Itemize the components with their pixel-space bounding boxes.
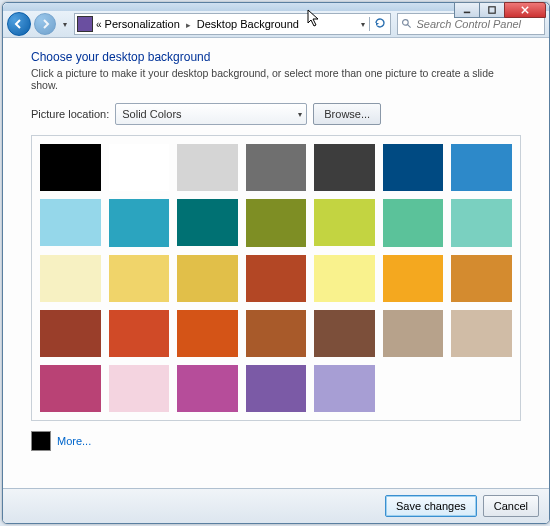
picture-location-label: Picture location: — [31, 108, 109, 120]
svg-line-3 — [408, 25, 411, 28]
color-swatch[interactable] — [451, 144, 512, 191]
color-swatch[interactable] — [109, 255, 170, 302]
caption-buttons — [455, 2, 546, 18]
color-swatch[interactable] — [383, 310, 444, 357]
search-input[interactable] — [415, 17, 542, 31]
dropdown-selected-value: Solid Colors — [122, 108, 181, 120]
color-swatch-grid — [40, 144, 512, 412]
separator — [369, 17, 370, 31]
color-swatch[interactable] — [177, 365, 238, 412]
save-changes-label: Save changes — [396, 500, 466, 512]
color-swatch[interactable] — [246, 365, 307, 412]
more-colors-row: More... — [31, 431, 521, 451]
color-swatch[interactable] — [246, 255, 307, 302]
picture-location-dropdown[interactable]: Solid Colors ▾ — [115, 103, 307, 125]
color-swatch[interactable] — [177, 199, 238, 246]
color-swatch[interactable] — [177, 255, 238, 302]
color-swatch[interactable] — [383, 255, 444, 302]
address-bar[interactable]: « Personalization Desktop Background ▾ — [74, 13, 391, 35]
current-color-swatch[interactable] — [31, 431, 51, 451]
more-colors-link[interactable]: More... — [57, 435, 91, 447]
search-icon — [401, 18, 412, 30]
color-swatch-panel — [31, 135, 521, 421]
color-swatch[interactable] — [40, 144, 101, 191]
color-swatch[interactable] — [314, 310, 375, 357]
page-title: Choose your desktop background — [31, 50, 521, 64]
nav-history-dropdown[interactable]: ▾ — [59, 14, 71, 34]
refresh-icon[interactable] — [374, 17, 386, 31]
minimize-button[interactable] — [454, 2, 480, 18]
color-swatch[interactable] — [177, 310, 238, 357]
chevron-right-icon[interactable] — [183, 18, 194, 30]
color-swatch[interactable] — [109, 365, 170, 412]
color-swatch[interactable] — [451, 255, 512, 302]
color-swatch[interactable] — [451, 310, 512, 357]
titlebar — [3, 3, 549, 11]
color-swatch[interactable] — [383, 199, 444, 246]
personalization-icon — [77, 16, 93, 32]
command-bar: Save changes Cancel — [3, 488, 549, 523]
color-swatch[interactable] — [314, 199, 375, 246]
breadcrumb-back-chevron[interactable]: « — [96, 19, 102, 30]
close-button[interactable] — [504, 2, 546, 18]
color-swatch[interactable] — [314, 144, 375, 191]
color-swatch[interactable] — [314, 255, 375, 302]
color-swatch[interactable] — [314, 365, 375, 412]
control-panel-window: ▾ « Personalization Desktop Background ▾… — [2, 2, 550, 524]
color-swatch[interactable] — [109, 144, 170, 191]
svg-rect-0 — [464, 12, 470, 14]
cancel-button[interactable]: Cancel — [483, 495, 539, 517]
color-swatch[interactable] — [246, 144, 307, 191]
color-swatch[interactable] — [246, 310, 307, 357]
browse-button[interactable]: Browse... — [313, 103, 381, 125]
breadcrumb-item-personalization[interactable]: Personalization — [105, 18, 180, 30]
color-swatch[interactable] — [246, 199, 307, 246]
address-dropdown-icon[interactable]: ▾ — [361, 20, 365, 29]
picture-location-row: Picture location: Solid Colors ▾ Browse.… — [31, 103, 521, 125]
color-swatch[interactable] — [40, 199, 101, 246]
color-swatch[interactable] — [109, 310, 170, 357]
chevron-down-icon: ▾ — [298, 110, 302, 119]
back-button[interactable] — [7, 12, 31, 36]
svg-rect-1 — [489, 7, 495, 13]
browse-button-label: Browse... — [324, 108, 370, 120]
color-swatch[interactable] — [451, 199, 512, 246]
color-swatch[interactable] — [383, 144, 444, 191]
breadcrumb-item-desktop-background[interactable]: Desktop Background — [197, 18, 299, 30]
color-swatch[interactable] — [109, 199, 170, 246]
page-subtitle: Click a picture to make it your desktop … — [31, 67, 521, 91]
forward-button[interactable] — [34, 13, 56, 35]
content-area: Choose your desktop background Click a p… — [3, 38, 549, 488]
color-swatch[interactable] — [40, 255, 101, 302]
svg-point-2 — [403, 20, 409, 26]
maximize-button[interactable] — [479, 2, 505, 18]
save-changes-button[interactable]: Save changes — [385, 495, 477, 517]
color-swatch[interactable] — [40, 310, 101, 357]
cancel-label: Cancel — [494, 500, 528, 512]
color-swatch[interactable] — [40, 365, 101, 412]
color-swatch[interactable] — [177, 144, 238, 191]
